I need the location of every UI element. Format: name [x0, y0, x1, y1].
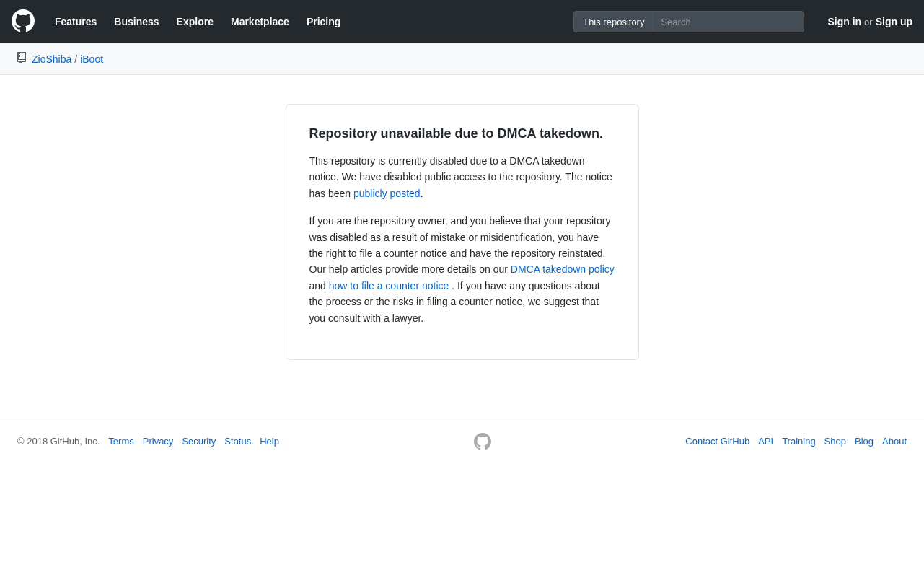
footer-help[interactable]: Help — [260, 436, 279, 447]
footer-links: Terms Privacy Security Status Help — [108, 436, 279, 447]
footer-terms[interactable]: Terms — [108, 436, 133, 447]
publicly-posted-link[interactable]: publicly posted — [353, 188, 421, 199]
search-bar: This repository — [573, 11, 804, 32]
footer-shop[interactable]: Shop — [824, 436, 846, 447]
dmca-title: Repository unavailable due to DMCA taked… — [309, 126, 615, 141]
footer: © 2018 GitHub, Inc. Terms Privacy Securi… — [0, 418, 924, 465]
github-logo[interactable] — [12, 9, 35, 35]
footer-api[interactable]: API — [758, 436, 773, 447]
search-scope-label[interactable]: This repository — [573, 11, 653, 32]
footer-status[interactable]: Status — [224, 436, 251, 447]
breadcrumb: ZioShiba / iBoot — [0, 43, 924, 75]
footer-training[interactable]: Training — [782, 436, 815, 447]
dmca-paragraph-1: This repository is currently disabled du… — [309, 153, 615, 201]
footer-security[interactable]: Security — [182, 436, 216, 447]
dmca-paragraph-2: If you are the repository owner, and you… — [309, 213, 615, 326]
header: Features Business Explore Marketplace Pr… — [0, 0, 924, 43]
footer-blog[interactable]: Blog — [855, 436, 874, 447]
dmca-notice-box: Repository unavailable due to DMCA taked… — [286, 104, 639, 360]
dmca-policy-link[interactable]: DMCA takedown policy — [511, 263, 615, 275]
sign-in-link[interactable]: Sign in — [827, 16, 861, 27]
nav-features[interactable]: Features — [46, 10, 105, 33]
footer-about[interactable]: About — [882, 436, 907, 447]
counter-notice-link[interactable]: how to file a counter notice — [329, 280, 449, 291]
footer-logo — [288, 433, 677, 450]
search-input[interactable] — [653, 11, 804, 32]
footer-left: © 2018 GitHub, Inc. Terms Privacy Securi… — [17, 436, 279, 447]
main-content: Repository unavailable due to DMCA taked… — [0, 75, 924, 389]
repo-icon — [17, 52, 26, 66]
paragraph1-end: . — [421, 188, 423, 199]
breadcrumb-separator: / — [74, 53, 77, 65]
sign-up-link[interactable]: Sign up — [876, 16, 912, 27]
nav-marketplace[interactable]: Marketplace — [222, 10, 298, 33]
footer-contact-github[interactable]: Contact GitHub — [685, 436, 749, 447]
nav-explore[interactable]: Explore — [168, 10, 222, 33]
breadcrumb-repo[interactable]: iBoot — [80, 53, 103, 65]
auth-section: Sign in or Sign up — [827, 16, 912, 27]
nav-business[interactable]: Business — [105, 10, 167, 33]
nav-pricing[interactable]: Pricing — [298, 10, 349, 33]
auth-or: or — [864, 17, 873, 27]
main-nav: Features Business Explore Marketplace Pr… — [46, 10, 349, 33]
paragraph2-and: and — [309, 280, 326, 291]
breadcrumb-user[interactable]: ZioShiba — [32, 53, 71, 65]
footer-copyright: © 2018 GitHub, Inc. — [17, 436, 100, 447]
footer-privacy[interactable]: Privacy — [143, 436, 174, 447]
footer-right-links: Contact GitHub API Training Shop Blog Ab… — [685, 436, 907, 447]
